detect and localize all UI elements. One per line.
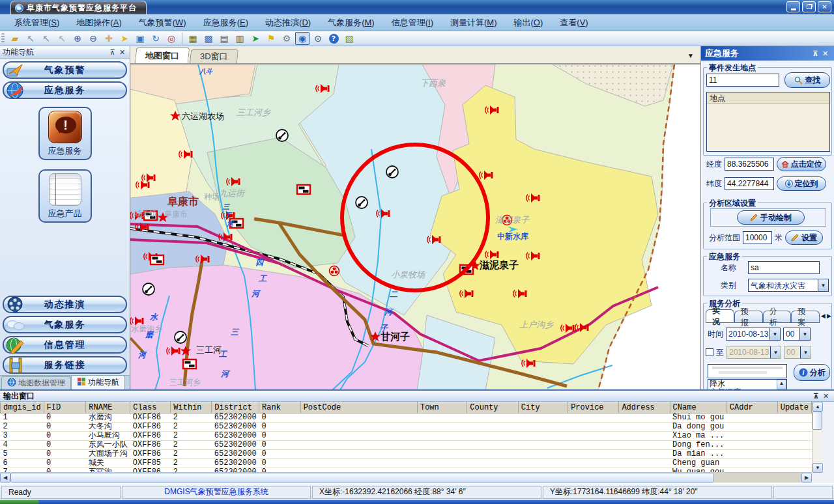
map-canvas[interactable]: 八斗六运湖农场三工河乡下西泉九运街阜康市城关镇阜康市种场滋泥泉子中新水库滋泥泉子… [130,64,700,389]
measure-icon[interactable]: ▰ [8,32,22,45]
to-hour-select[interactable]: 00▼ [784,346,811,359]
column-header-City[interactable]: City [518,402,568,413]
column-header-Within[interactable]: Within [171,402,212,413]
zoom-out-icon[interactable]: ⊖ [86,32,100,45]
menu-item-D[interactable]: 动态推演(D) [257,15,319,31]
menu-item-A[interactable]: 地图操作(A) [68,15,129,31]
analyze-button[interactable]: i 分析 [794,364,830,381]
goto-location-button[interactable]: 定位到 [777,176,826,191]
column-header-Update[interactable]: Update [777,402,811,413]
station-icon[interactable] [175,331,186,343]
station-icon[interactable] [356,197,367,208]
event-location-input[interactable] [706,74,779,87]
pan-icon[interactable]: ✚ [102,32,116,45]
refresh-icon[interactable]: ↻ [149,32,163,45]
settings-gear-icon[interactable]: ⚙ [280,32,294,45]
station-icon[interactable] [143,283,154,295]
analysis-tab-实况[interactable]: 实况 [706,309,734,322]
pin-icon[interactable]: ⊼ [108,48,117,57]
pointer-icon[interactable]: ➤ [117,32,132,45]
output-vertical-scrollbar[interactable]: ▲ ▼ [812,402,822,473]
place-pin-icon[interactable]: ⚑ [264,32,278,45]
scroll-up-icon[interactable]: ▲ [812,402,823,412]
chevron-down-icon[interactable]: ▼ [769,328,780,340]
nav-group-信息管理[interactable]: 信息管理 [3,336,127,354]
column-header-District[interactable]: District [212,402,259,413]
analysis-range-input[interactable] [743,231,772,244]
full-extent-icon[interactable]: ▣ [133,32,147,45]
scroll-down-icon[interactable]: ▼ [812,463,823,473]
column-header-Address[interactable]: Address [619,402,670,413]
column-header-PostCode[interactable]: PostCode [300,402,417,413]
analysis-tab-预案[interactable]: 预案 [791,311,820,322]
column-header-County[interactable]: County [467,402,519,413]
longitude-input[interactable] [725,158,774,171]
menu-item-E[interactable]: 应急服务(E) [195,15,256,31]
search-button[interactable]: 查找 [784,72,830,88]
scrollbar-thumb[interactable] [812,412,822,430]
close-icon[interactable]: ✕ [117,48,127,57]
restore-button[interactable] [802,1,816,12]
to-date-select[interactable]: 2010-08-13▼ [726,346,781,359]
nav-tab-地图数据管理[interactable]: 地图数据管理 [1,376,71,389]
select-rect-icon[interactable]: ↖ [23,32,38,45]
scroll-left-icon[interactable]: ◀ [0,473,10,483]
pin-icon[interactable]: ⊼ [811,391,821,400]
range-set-button[interactable]: 设置 [785,231,823,245]
station-icon[interactable] [386,166,398,178]
select-free-icon[interactable]: ↖ [55,32,69,45]
select-poly-icon[interactable]: ↖ [39,32,53,45]
feature-button-应急产品[interactable]: 应急产品 [38,169,92,223]
layers-icon[interactable]: ▦ [186,32,200,45]
menu-item-V[interactable]: 查看(V) [552,15,596,31]
eye-icon[interactable]: ⊙ [311,32,325,45]
menu-item-M[interactable]: 气象服务(M) [320,15,382,31]
station-icon[interactable] [276,130,288,141]
location-list[interactable]: 地点 [706,92,830,152]
scrollbar-thumb[interactable] [10,473,714,483]
nav-group-服务链接[interactable]: 服务链接 [3,356,127,374]
tab-scroll-arrows[interactable]: ◀ ▶ [821,313,831,319]
column-header-dmgis_id[interactable]: dmgis_id [1,402,44,413]
element-filter-box[interactable] [708,364,787,378]
globe-services-icon[interactable]: ◉ [295,32,309,45]
export-map-icon[interactable]: ▩ [201,32,216,45]
menu-item-M[interactable]: 测量计算(M) [442,15,505,31]
nav-group-应急服务[interactable]: 应急服务 [3,81,127,99]
stripe-icon[interactable] [297,185,310,194]
column-header-Rank[interactable]: Rank [259,402,301,413]
column-header-Provice[interactable]: Provice [568,402,619,413]
table-row[interactable]: 50大面场子沟OXFF8626523020000Da mian ... [1,450,812,459]
table-row[interactable]: 60城关OXFF8526523020000Cheng guan [1,459,812,468]
table-row[interactable]: 20大冬沟OXFF8626523020000Da dong gou [1,423,812,432]
identify-icon[interactable]: ◎ [164,32,179,45]
stripe-icon[interactable] [151,255,164,264]
nav-arrow-icon[interactable]: ➤ [248,32,263,45]
chevron-down-icon[interactable]: ▼ [818,279,828,291]
nav-group-动态推演[interactable]: 动态推演 [3,296,127,313]
zoom-in-icon[interactable]: ⊕ [70,32,85,45]
column-header-RNAME[interactable]: RNAME [86,402,130,413]
close-icon[interactable]: ✕ [821,391,831,400]
column-header-FID[interactable]: FID [44,402,86,413]
print-preview-icon[interactable]: ▥ [233,32,247,45]
menu-item-S[interactable]: 系统管理(S) [7,15,67,31]
map-tab-地图窗口[interactable]: 地图窗口 [135,48,190,63]
menu-item-O[interactable]: 输出(O) [506,15,551,31]
column-header-CAddr[interactable]: CAddr [726,402,777,413]
click-locate-button[interactable]: 点击定位 [777,157,826,171]
menu-item-I[interactable]: 信息管理(I) [384,15,441,31]
pin-icon[interactable]: ⊼ [811,49,820,58]
scroll-right-icon[interactable]: ▶ [801,473,812,483]
print-icon[interactable]: ▤ [217,32,231,45]
to-checkbox[interactable] [706,348,713,356]
service-type-select[interactable]: 气象和洪水灾害▼ [748,279,829,292]
latitude-input[interactable] [725,177,774,190]
table-row[interactable]: 30小马厩沟OXFF8626523020000Xiao ma ... [1,432,812,441]
image-view-icon[interactable]: ▧ [342,32,356,45]
nav-group-气象服务[interactable]: 气象服务 [3,316,127,333]
feature-button-应急服务[interactable]: !应急服务 [38,107,92,160]
menu-item-W[interactable]: 气象预警(W) [131,15,194,31]
element-list[interactable]: 降水空气温度 ▲ [708,379,787,389]
map-tab-dropdown-icon[interactable]: ▼ [687,52,694,59]
